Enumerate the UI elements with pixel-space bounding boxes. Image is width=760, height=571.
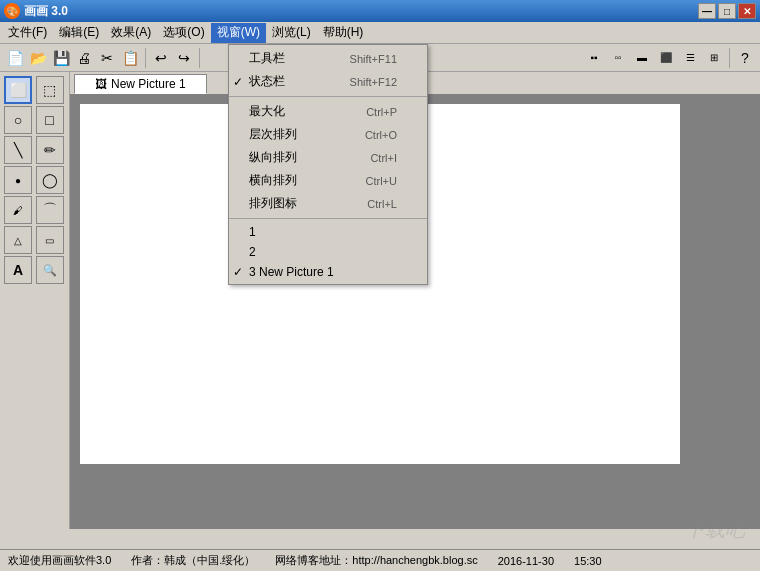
menu-separator-2 — [229, 218, 427, 219]
undo-button[interactable]: ↩ — [150, 47, 172, 69]
app-icon: 🎨 — [4, 3, 20, 19]
cascade-item[interactable]: 层次排列 Ctrl+O — [229, 123, 427, 146]
status-welcome: 欢迎使用画画软件3.0 — [8, 553, 111, 568]
status-bar: 欢迎使用画画软件3.0 作者：韩成（中国.绥化） 网络博客地址：http://h… — [0, 549, 760, 571]
status-author: 作者：韩成（中国.绥化） — [131, 553, 255, 568]
view-menu[interactable]: 视窗(W) — [211, 23, 266, 43]
grid-btn-3[interactable]: ▬ — [631, 47, 653, 69]
close-button[interactable]: ✕ — [738, 3, 756, 19]
help-menu[interactable]: 帮助(H) — [317, 23, 370, 43]
statusbar-toggle-item[interactable]: 状态栏 Shift+F12 — [229, 70, 427, 93]
open-button[interactable]: 📂 — [27, 47, 49, 69]
toolbar-separator-2 — [199, 48, 200, 68]
curve-tool[interactable]: ⌒ — [36, 196, 64, 224]
status-time: 15:30 — [574, 555, 602, 567]
menu-bar: 文件(F) 编辑(E) 效果(A) 选项(O) 视窗(W) 浏览(L) 帮助(H… — [0, 22, 760, 44]
file-menu[interactable]: 文件(F) — [2, 23, 53, 43]
grid-btn-4[interactable]: ⬛ — [655, 47, 677, 69]
toolbar-separator-3 — [729, 48, 730, 68]
window-3-item[interactable]: 3 New Picture 1 — [229, 262, 427, 282]
maximize-button[interactable]: □ — [718, 3, 736, 19]
effects-menu[interactable]: 效果(A) — [105, 23, 157, 43]
toolbar-toggle-item[interactable]: 工具栏 Shift+F11 — [229, 47, 427, 70]
title-bar: 🎨 画画 3.0 — □ ✕ — [0, 0, 760, 22]
options-menu[interactable]: 选项(O) — [157, 23, 210, 43]
menu-separator-1 — [229, 96, 427, 97]
fill-tool[interactable]: ● — [4, 166, 32, 194]
tools-panel: ⬜ ⬚ ○ □ ╲ ✏ ● ◯ 🖌 ⌒ △ ▭ A 🔍 — [0, 72, 70, 529]
redo-button[interactable]: ↪ — [173, 47, 195, 69]
new-button[interactable]: 📄 — [4, 47, 26, 69]
toolbar-separator-1 — [145, 48, 146, 68]
tab-label: New Picture 1 — [111, 77, 186, 91]
view-dropdown-menu: 工具栏 Shift+F11 状态栏 Shift+F12 最大化 Ctrl+P 层… — [228, 44, 428, 285]
grid-btn-6[interactable]: ⊞ — [703, 47, 725, 69]
tile-horizontal-item[interactable]: 横向排列 Ctrl+U — [229, 169, 427, 192]
app-title: 画画 3.0 — [24, 3, 68, 20]
outline-tool[interactable]: ◯ — [36, 166, 64, 194]
maximize-item[interactable]: 最大化 Ctrl+P — [229, 100, 427, 123]
brush-tool[interactable]: 🖌 — [4, 196, 32, 224]
window-2-item[interactable]: 2 — [229, 242, 427, 262]
save-button[interactable]: 💾 — [50, 47, 72, 69]
browse-menu[interactable]: 浏览(L) — [266, 23, 317, 43]
rect2-tool[interactable]: ▭ — [36, 226, 64, 254]
window-1-item[interactable]: 1 — [229, 222, 427, 242]
status-website: 网络博客地址：http://hanchengbk.blog.sc — [275, 553, 477, 568]
watermark: 下载吧 — [685, 516, 745, 543]
arrange-icons-item[interactable]: 排列图标 Ctrl+L — [229, 192, 427, 215]
text-tool[interactable]: A — [4, 256, 32, 284]
grid-btn-2[interactable]: ▫▫ — [607, 47, 629, 69]
ellipse-tool[interactable]: ○ — [4, 106, 32, 134]
window-controls: — □ ✕ — [698, 3, 756, 19]
edit-menu[interactable]: 编辑(E) — [53, 23, 105, 43]
line-tool[interactable]: ╲ — [4, 136, 32, 164]
grid-btn-5[interactable]: ☰ — [679, 47, 701, 69]
minimize-button[interactable]: — — [698, 3, 716, 19]
select-rect-tool[interactable]: ⬜ — [4, 76, 32, 104]
canvas-tab[interactable]: 🖼 New Picture 1 — [74, 74, 207, 94]
select-free-tool[interactable]: ⬚ — [36, 76, 64, 104]
help-btn[interactable]: ? — [734, 47, 756, 69]
print-button[interactable]: 🖨 — [73, 47, 95, 69]
tile-vertical-item[interactable]: 纵向排列 Ctrl+I — [229, 146, 427, 169]
cut-button[interactable]: ✂ — [96, 47, 118, 69]
copy-button[interactable]: 📋 — [119, 47, 141, 69]
grid-btn-1[interactable]: ▪▪ — [583, 47, 605, 69]
triangle-tool[interactable]: △ — [4, 226, 32, 254]
status-date: 2016-11-30 — [498, 555, 554, 567]
pencil-tool[interactable]: ✏ — [36, 136, 64, 164]
tab-icon: 🖼 — [95, 77, 107, 91]
zoom-tool[interactable]: 🔍 — [36, 256, 64, 284]
rectangle-tool[interactable]: □ — [36, 106, 64, 134]
